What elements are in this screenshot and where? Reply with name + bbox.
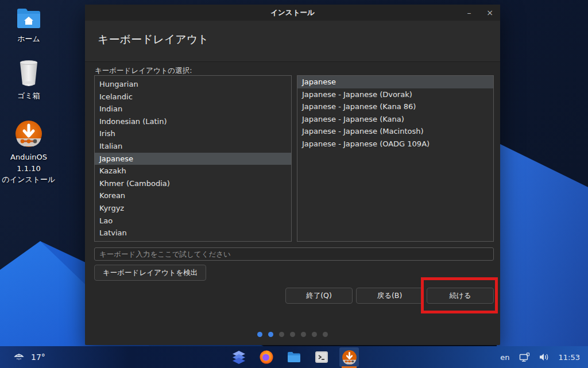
variant-option[interactable]: Japanese - Japanese (Kana) xyxy=(297,113,493,126)
desktop-icon-home[interactable]: ホーム xyxy=(1,7,56,45)
folder-icon xyxy=(287,350,301,365)
progress-dot xyxy=(268,332,273,337)
desktop-icon-label: ゴミ箱 xyxy=(17,90,40,102)
taskbar-app-terminal[interactable] xyxy=(312,347,331,367)
terminal-icon xyxy=(314,350,329,365)
progress-dot xyxy=(279,332,284,337)
layout-option[interactable]: Indonesian (Latin) xyxy=(95,115,291,128)
clock[interactable]: 11:53 xyxy=(559,353,580,362)
layout-option[interactable]: Khmer (Cambodia) xyxy=(95,177,291,190)
minimize-button[interactable]: – xyxy=(463,7,475,18)
layout-option[interactable]: Lao xyxy=(95,215,291,227)
weather-widget[interactable]: 17° xyxy=(14,352,45,362)
trash-icon xyxy=(17,59,41,87)
layout-option[interactable]: Japanese xyxy=(95,153,291,165)
taskbar-app-workspaces[interactable] xyxy=(229,347,249,367)
keyboard-variant-list[interactable]: JapaneseJapanese - Japanese (Dvorak)Japa… xyxy=(297,75,494,242)
progress-dot xyxy=(257,332,262,337)
installer-icon xyxy=(342,350,357,365)
keyboard-layout-list[interactable]: HungarianIcelandicIndianIndonesian (Lati… xyxy=(94,75,292,242)
layout-option[interactable]: Kazakh xyxy=(95,165,291,177)
quit-button[interactable]: 終了(Q) xyxy=(285,288,353,304)
taskbar-app-installer[interactable] xyxy=(339,347,359,367)
progress-dot xyxy=(290,332,295,337)
weather-umbrella-icon xyxy=(14,352,24,362)
annotation-highlight-box xyxy=(421,277,498,313)
window-title: インストール xyxy=(270,8,314,18)
firefox-icon xyxy=(259,350,274,365)
weather-temp: 17° xyxy=(31,352,45,362)
layout-option[interactable]: Hungarian xyxy=(95,78,291,91)
network-icon[interactable] xyxy=(519,352,530,362)
desktop-icon-installer[interactable]: AnduinOS 1.1.10 のインストール xyxy=(1,119,56,185)
close-button[interactable]: × xyxy=(484,7,496,18)
detect-layout-button[interactable]: キーボードレイアウトを検出 xyxy=(94,265,206,281)
progress-dots xyxy=(85,332,500,337)
page-title: キーボードレイアウト xyxy=(98,32,209,47)
layout-option[interactable]: Indian xyxy=(95,103,291,115)
back-button[interactable]: 戻る(B) xyxy=(356,288,423,304)
layout-option[interactable]: Latvian xyxy=(95,227,291,239)
volume-icon[interactable] xyxy=(539,352,550,362)
variant-option[interactable]: Japanese - Japanese (Dvorak) xyxy=(297,88,493,101)
variant-option[interactable]: Japanese - Japanese (Macintosh) xyxy=(297,125,493,138)
layout-option[interactable]: Italian xyxy=(95,140,291,153)
input-language-indicator[interactable]: en xyxy=(500,353,509,362)
installer-icon xyxy=(14,119,43,148)
progress-dot xyxy=(301,332,306,337)
progress-dot xyxy=(323,332,328,337)
variant-option[interactable]: Japanese xyxy=(297,76,493,88)
layout-select-label: キーボードレイアウトの選択: xyxy=(95,66,192,76)
taskbar-app-firefox[interactable] xyxy=(257,347,276,367)
home-folder-icon xyxy=(16,7,42,30)
installer-window: インストール – × キーボードレイアウト キーボードレイアウトの選択: Hun… xyxy=(85,5,500,345)
layout-option[interactable]: Korean xyxy=(95,189,291,202)
layers-icon xyxy=(231,350,246,365)
desktop-icon-label: AnduinOS 1.1.10 のインストール xyxy=(1,152,56,185)
layout-option[interactable]: Irish xyxy=(95,127,291,140)
window-titlebar[interactable]: インストール – × xyxy=(85,5,500,21)
page-header: キーボードレイアウト xyxy=(85,21,500,62)
taskbar-app-files[interactable] xyxy=(284,347,304,367)
layout-option[interactable]: Kyrgyz xyxy=(95,202,291,215)
variant-option[interactable]: Japanese - Japanese (OADG 109A) xyxy=(297,138,493,150)
desktop-icon-trash[interactable]: ゴミ箱 xyxy=(1,59,56,102)
progress-dot xyxy=(312,332,317,337)
taskbar: 17° xyxy=(0,346,588,368)
layout-option[interactable]: Icelandic xyxy=(95,91,291,103)
keyboard-test-input[interactable] xyxy=(94,247,494,261)
desktop-icon-label: ホーム xyxy=(17,33,40,45)
variant-option[interactable]: Japanese - Japanese (Kana 86) xyxy=(297,100,493,113)
